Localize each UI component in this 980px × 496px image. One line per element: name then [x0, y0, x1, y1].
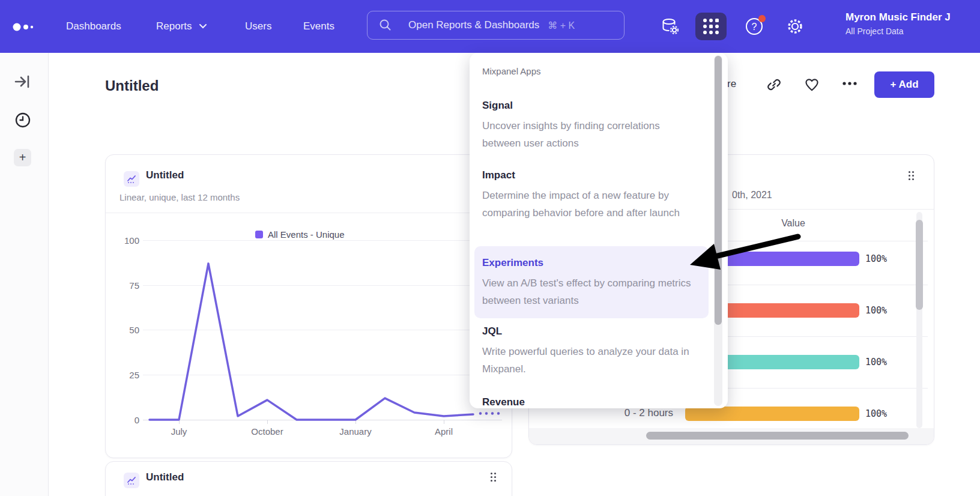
horizontal-scrollbar-thumb[interactable]	[646, 432, 909, 440]
card-subtitle: Linear, unique, last 12 months	[119, 192, 240, 202]
menu-item-impact[interactable]: Impact Determine the impact of a new fea…	[470, 169, 713, 222]
dropdown-header: Mixpanel Apps	[482, 66, 541, 76]
menu-item-title: Experiments	[482, 257, 709, 269]
y-tick-label: 50	[115, 325, 139, 335]
vertical-scrollbar-thumb[interactable]	[916, 220, 923, 310]
card-title[interactable]: Untitled	[146, 169, 184, 181]
search-icon	[378, 18, 393, 32]
menu-item-title: Revenue	[482, 396, 713, 408]
plus-icon: +	[19, 151, 26, 165]
search-placeholder: Open Reports & Dashboards	[408, 19, 539, 31]
clock-icon	[14, 112, 31, 129]
row-value: 100%	[865, 253, 887, 264]
y-tick-label: 100	[115, 235, 139, 246]
favorite-button[interactable]	[804, 77, 820, 92]
drag-handle-icon[interactable]	[491, 473, 498, 483]
mixpanel-logo-icon[interactable]	[12, 22, 38, 32]
add-report-button[interactable]: +	[14, 149, 31, 166]
mixpanel-apps-dropdown: Mixpanel Apps Signal Uncover insights by…	[470, 53, 728, 408]
projection-dots	[479, 412, 500, 414]
card-divider	[106, 213, 512, 213]
x-tick	[179, 420, 180, 424]
menu-item-jql[interactable]: JQL Write powerful queries to analyze yo…	[470, 325, 713, 378]
menu-item-description: Uncover insights by finding correlations…	[482, 117, 691, 152]
menu-item-title: Signal	[482, 100, 713, 112]
notification-dot	[758, 15, 766, 22]
add-button[interactable]: + Add	[874, 71, 934, 98]
menu-item-description: View an A/B test's effect by comparing m…	[482, 274, 691, 309]
help-button[interactable]: ?	[742, 0, 766, 53]
ellipsis-icon	[841, 80, 858, 86]
heart-icon	[804, 77, 820, 92]
y-tick-label: 0	[115, 415, 139, 425]
card-subtitle-partial: 0th, 2021	[732, 190, 772, 201]
row-value: 100%	[865, 408, 887, 419]
legend-label: All Events - Unique	[268, 229, 345, 240]
drag-handle-icon[interactable]	[909, 171, 916, 182]
value-column-header: Value	[733, 218, 853, 229]
nav-item-label: Events	[303, 20, 334, 32]
top-nav: Dashboards Reports Users Events Open Rep…	[0, 0, 980, 53]
page-title: Untitled	[105, 77, 159, 94]
global-search-input[interactable]: Open Reports & Dashboards ⌘ + K	[367, 11, 625, 40]
x-tick-label: January	[331, 426, 380, 437]
history-button[interactable]	[13, 110, 32, 130]
collapse-sidebar-button[interactable]	[13, 72, 32, 91]
grid-apps-icon	[703, 19, 719, 34]
legend-swatch	[255, 231, 263, 238]
arrow-to-bar-icon	[14, 73, 32, 90]
svg-text:?: ?	[752, 22, 757, 32]
more-options-button[interactable]	[841, 80, 857, 96]
nav-item-label: Dashboards	[66, 20, 121, 32]
data-management-button[interactable]	[658, 0, 682, 53]
nav-item-dashboards[interactable]: Dashboards	[66, 0, 121, 53]
line-series	[150, 264, 473, 420]
chevron-down-icon	[199, 24, 207, 29]
menu-item-revenue[interactable]: Revenue	[470, 396, 713, 408]
x-tick-label: October	[243, 426, 291, 437]
left-rail: +	[0, 53, 49, 496]
axis-baseline	[143, 420, 502, 420]
app-root: Dashboards Reports Users Events Open Rep…	[0, 0, 980, 496]
database-gear-icon	[661, 17, 680, 36]
gridline	[143, 285, 502, 286]
menu-item-experiments[interactable]: Experiments View an A/B test's effect by…	[474, 246, 709, 318]
user-project-switcher[interactable]: Myron Music Finder J All Project Data	[845, 11, 980, 36]
share-button-partial[interactable]: re	[727, 78, 736, 90]
y-tick-label: 25	[115, 370, 139, 380]
apps-grid-button[interactable]	[695, 13, 727, 40]
menu-item-title: JQL	[482, 325, 713, 337]
user-name: Myron Music Finder J	[845, 11, 980, 23]
link-icon	[766, 77, 782, 92]
chart-legend: All Events - Unique	[255, 229, 345, 240]
x-tick	[355, 420, 356, 424]
project-name: All Project Data	[845, 26, 980, 36]
copy-link-button[interactable]	[766, 77, 782, 92]
y-tick-label: 75	[115, 280, 139, 291]
report-thumb-icon	[124, 473, 139, 488]
menu-item-description: Determine the impact of a new feature by…	[482, 187, 691, 222]
x-tick	[444, 420, 444, 424]
second-chart-card: Untitled	[105, 461, 512, 496]
line-chart-card: Untitled Linear, unique, last 12 months …	[105, 154, 512, 458]
search-shortcut: ⌘ + K	[548, 20, 575, 31]
menu-item-title: Impact	[482, 169, 713, 181]
gridline	[143, 240, 502, 241]
x-tick-label: July	[155, 426, 203, 437]
settings-button[interactable]	[783, 0, 807, 53]
nav-item-users[interactable]: Users	[245, 0, 271, 53]
x-tick	[267, 420, 268, 424]
dropdown-scrollbar-thumb[interactable]	[715, 56, 722, 325]
nav-item-label: Users	[245, 20, 271, 32]
menu-item-signal[interactable]: Signal Uncover insights by finding corre…	[470, 100, 713, 152]
question-circle-icon: ?	[745, 17, 763, 35]
gear-icon	[786, 17, 804, 35]
nav-item-events[interactable]: Events	[303, 0, 334, 53]
row-value: 100%	[865, 357, 887, 367]
card-title[interactable]: Untitled	[146, 471, 184, 483]
nav-item-label: Reports	[156, 20, 192, 32]
report-thumb-icon	[124, 171, 139, 187]
nav-item-reports[interactable]: Reports	[156, 0, 207, 53]
row-label: 0 - 2 hours	[529, 407, 673, 419]
row-value: 100%	[865, 305, 887, 316]
